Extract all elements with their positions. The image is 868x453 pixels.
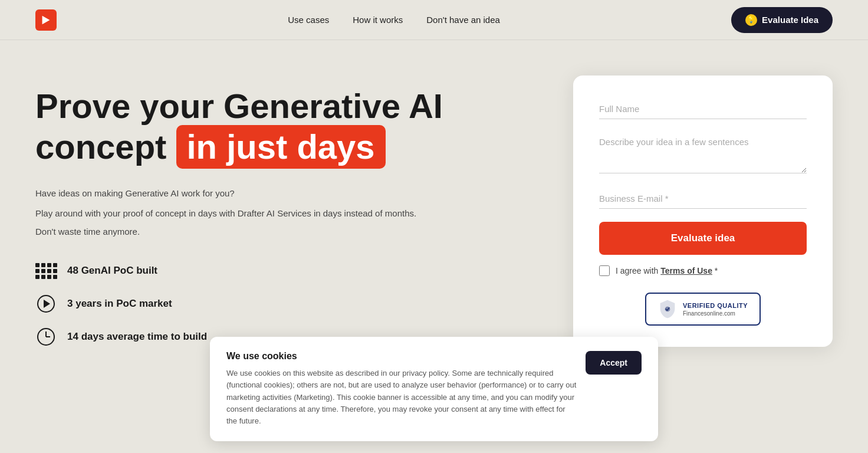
clock-icon <box>35 326 57 347</box>
nav-no-idea[interactable]: Don't have an idea <box>426 15 500 25</box>
email-field <box>599 189 807 209</box>
idea-field <box>599 132 807 176</box>
form-card: Evaluate idea I agree with Terms of Use … <box>573 76 833 347</box>
logo-icon <box>35 9 57 31</box>
evaluate-idea-button[interactable]: Evaluate idea <box>599 222 807 255</box>
hero-subtitle2: Play around with your proof of concept i… <box>35 206 538 221</box>
bulb-icon: 💡 <box>745 14 757 26</box>
hero-title: Prove your Generative AI concept in just… <box>35 87 538 169</box>
cookie-accept-button[interactable]: Accept <box>586 351 642 375</box>
stats-list: 48 GenAI PoC built 3 years in PoC market <box>35 260 538 347</box>
nav-use-cases[interactable]: Use cases <box>288 15 329 25</box>
svg-marker-0 <box>42 15 50 24</box>
full-name-input[interactable] <box>599 99 807 119</box>
grid-icon <box>35 260 57 281</box>
nav-links: Use cases How it works Don't have an ide… <box>288 15 500 25</box>
play-circle-icon <box>35 293 57 314</box>
cookie-banner: We use cookies We use cookies on this we… <box>210 337 658 441</box>
stat-days-label: 14 days average time to build <box>67 331 207 343</box>
agree-checkbox[interactable] <box>599 265 610 276</box>
nav-how-it-works[interactable]: How it works <box>353 15 403 25</box>
stat-genai: 48 GenAI PoC built <box>35 260 538 281</box>
navbar: Use cases How it works Don't have an ide… <box>0 0 868 40</box>
highlight-pill: in just days <box>176 125 386 169</box>
stat-years-label: 3 years in PoC market <box>67 298 172 310</box>
cookie-actions: Accept <box>586 351 642 375</box>
evaluate-idea-nav-button[interactable]: 💡 Evaluate Idea <box>731 7 833 33</box>
cookie-title: We use cookies <box>226 351 577 362</box>
verified-quality-text: VERIFIED QUALITY <box>683 301 748 310</box>
hero-section: Prove your Generative AI concept in just… <box>35 76 538 347</box>
verified-site-text: Financesonline.com <box>683 310 748 317</box>
email-input[interactable] <box>599 189 807 209</box>
hero-note: Don't waste time anymore. <box>35 226 538 237</box>
idea-textarea[interactable] <box>599 132 807 173</box>
full-name-field <box>599 99 807 119</box>
logo[interactable] <box>35 9 57 31</box>
cookie-body: We use cookies on this website as descri… <box>226 367 577 427</box>
agree-row: I agree with Terms of Use * <box>599 265 807 276</box>
hero-subtitle1: Have ideas on making Generative AI work … <box>35 186 538 201</box>
stat-genai-label: 48 GenAI PoC built <box>67 265 157 277</box>
terms-link[interactable]: Terms of Use <box>660 266 712 275</box>
stat-years: 3 years in PoC market <box>35 293 538 314</box>
verified-badge: VERIFIED QUALITY Financesonline.com <box>599 293 807 326</box>
